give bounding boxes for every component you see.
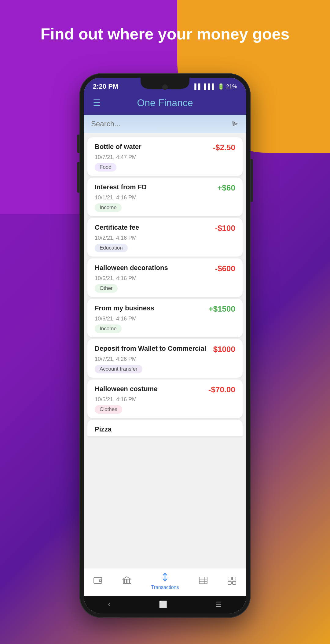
search-input[interactable] bbox=[91, 120, 232, 128]
signal-icon: ▌▌ bbox=[194, 83, 202, 90]
transaction-item-5[interactable]: Deposit from Wallet to Commercial $1000 … bbox=[87, 339, 243, 378]
transaction-tag-6: Clothes bbox=[95, 405, 122, 414]
android-nav: ‹ ⬜ ☰ bbox=[84, 596, 246, 613]
transaction-name-1: Interest from FD bbox=[95, 183, 217, 191]
app-title: One Finance bbox=[137, 97, 193, 109]
transaction-name-5: Deposit from Wallet to Commercial bbox=[95, 345, 213, 353]
svg-rect-5 bbox=[126, 579, 127, 583]
transaction-amount-2: -$100 bbox=[215, 224, 236, 233]
phone-notch bbox=[141, 78, 189, 89]
transaction-date-5: 10/7/21, 4:26 PM bbox=[95, 356, 235, 362]
transactions-list: Bottle of water -$2.50 10/7/21, 4:47 PM … bbox=[84, 133, 246, 568]
transaction-tag-0: Food bbox=[95, 163, 116, 172]
transaction-tag-4: Income bbox=[95, 324, 122, 333]
table-icon bbox=[199, 576, 208, 587]
svg-rect-6 bbox=[129, 579, 130, 583]
nav-item-bank[interactable] bbox=[122, 576, 131, 587]
svg-rect-9 bbox=[199, 577, 207, 584]
svg-rect-17 bbox=[233, 581, 236, 584]
nav-item-transactions[interactable]: Transactions bbox=[151, 573, 179, 590]
transaction-amount-3: -$600 bbox=[215, 264, 236, 273]
wallet-icon bbox=[94, 576, 103, 587]
transaction-amount-6: -$70.00 bbox=[208, 385, 235, 394]
nav-item-wallet[interactable] bbox=[94, 576, 103, 587]
transaction-date-3: 10/6/21, 4:16 PM bbox=[95, 275, 235, 282]
transaction-tag-5: Account transfer bbox=[95, 365, 142, 373]
nav-item-grid[interactable] bbox=[227, 576, 237, 587]
wifi-icon: ▌▌▌ bbox=[204, 83, 216, 90]
home-button[interactable]: ⬜ bbox=[159, 601, 167, 609]
transaction-date-4: 10/6/21, 4:16 PM bbox=[95, 316, 235, 322]
transaction-date-1: 10/1/21, 4:16 PM bbox=[95, 194, 235, 201]
bank-icon bbox=[122, 576, 131, 587]
transaction-name-2: Certificate fee bbox=[95, 224, 215, 231]
transaction-item-0[interactable]: Bottle of water -$2.50 10/7/21, 4:47 PM … bbox=[87, 137, 243, 176]
svg-rect-4 bbox=[123, 579, 125, 583]
transaction-item-2[interactable]: Certificate fee -$100 10/2/21, 4:16 PM E… bbox=[87, 218, 243, 257]
transaction-name-0: Bottle of water bbox=[95, 143, 213, 151]
battery-icon: 🔋 bbox=[218, 83, 224, 90]
phone-button-right bbox=[251, 159, 253, 202]
front-camera bbox=[162, 84, 168, 90]
app-bar: ☰ One Finance bbox=[84, 93, 246, 115]
transaction-item-4[interactable]: From my business +$1500 10/6/21, 4:16 PM… bbox=[87, 299, 243, 337]
transaction-item-6[interactable]: Halloween costume -$70.00 10/5/21, 4:16 … bbox=[87, 379, 243, 418]
phone-button-volume bbox=[77, 162, 79, 193]
svg-rect-7 bbox=[123, 583, 131, 584]
transaction-item-3[interactable]: Halloween decorations -$600 10/6/21, 4:1… bbox=[87, 258, 243, 297]
svg-marker-3 bbox=[123, 577, 131, 579]
transactions-icon bbox=[160, 573, 170, 583]
back-button[interactable]: ‹ bbox=[108, 601, 110, 609]
phone-screen: 2:20 PM ▌▌ ▌▌▌ 🔋 21% ☰ One Finance ⫸ bbox=[84, 78, 246, 613]
search-bar: ⫸ bbox=[84, 115, 246, 133]
svg-rect-14 bbox=[228, 577, 231, 580]
transaction-item-1[interactable]: Interest from FD +$60 10/1/21, 4:16 PM I… bbox=[87, 178, 243, 216]
battery-percent: 21% bbox=[226, 83, 237, 90]
transaction-tag-1: Income bbox=[95, 203, 122, 212]
transaction-amount-0: -$2.50 bbox=[213, 143, 235, 152]
transaction-name-3: Halloween decorations bbox=[95, 264, 215, 272]
transaction-name-6: Halloween costume bbox=[95, 385, 208, 393]
grid-icon bbox=[227, 576, 237, 587]
menu-icon[interactable]: ☰ bbox=[93, 98, 101, 108]
transaction-name-partial: Pizza bbox=[95, 425, 115, 433]
phone-button-power bbox=[77, 135, 79, 153]
bottom-nav: Transactions bbox=[84, 568, 246, 596]
phone-device: 2:20 PM ▌▌ ▌▌▌ 🔋 21% ☰ One Finance ⫸ bbox=[79, 73, 251, 618]
transaction-tag-3: Other bbox=[95, 284, 118, 293]
transaction-item-partial[interactable]: Pizza bbox=[87, 420, 243, 436]
status-icons: ▌▌ ▌▌▌ 🔋 21% bbox=[194, 83, 237, 90]
transaction-amount-5: $1000 bbox=[213, 345, 235, 354]
svg-rect-16 bbox=[228, 581, 231, 584]
transaction-date-2: 10/2/21, 4:16 PM bbox=[95, 235, 235, 241]
filter-icon[interactable]: ⫸ bbox=[232, 120, 239, 128]
transaction-date-6: 10/5/21, 4:16 PM bbox=[95, 396, 235, 403]
headline: Find out where your money goes bbox=[0, 24, 330, 43]
transaction-amount-1: +$60 bbox=[217, 183, 235, 193]
svg-rect-15 bbox=[233, 577, 236, 580]
svg-point-2 bbox=[100, 580, 101, 581]
transaction-name-4: From my business bbox=[95, 304, 209, 312]
transaction-tag-2: Education bbox=[95, 244, 128, 252]
transaction-date-0: 10/7/21, 4:47 PM bbox=[95, 154, 235, 161]
transaction-amount-4: +$1500 bbox=[209, 304, 235, 314]
nav-item-table[interactable] bbox=[199, 576, 208, 587]
status-time: 2:20 PM bbox=[93, 83, 118, 91]
phone-outer: 2:20 PM ▌▌ ▌▌▌ 🔋 21% ☰ One Finance ⫸ bbox=[79, 73, 251, 618]
recents-button[interactable]: ☰ bbox=[216, 601, 222, 609]
transactions-label: Transactions bbox=[151, 585, 179, 590]
